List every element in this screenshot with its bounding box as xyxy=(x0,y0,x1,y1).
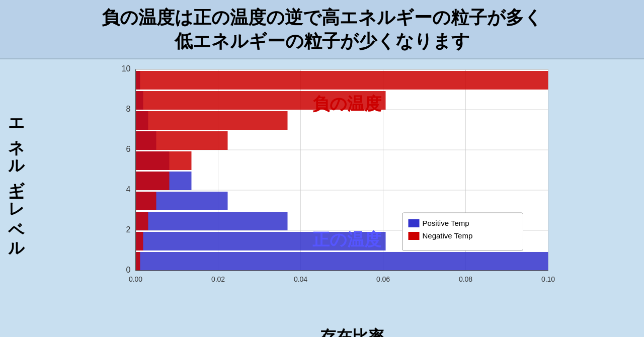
legend-negative-label: Negative Temp xyxy=(423,231,473,240)
svg-text:0.00: 0.00 xyxy=(129,275,142,283)
svg-rect-15 xyxy=(136,212,288,230)
svg-text:0.04: 0.04 xyxy=(294,275,307,283)
svg-rect-13 xyxy=(136,252,548,271)
svg-rect-25 xyxy=(136,111,288,130)
header-title: 負の温度は正の温度の逆で高エネルギーの粒子が多く 低エネルギーの粒子が少くなりま… xyxy=(10,6,634,53)
chart-container: 0 2 4 6 8 10 0.00 0.02 0.04 0.06 0.08 0.… xyxy=(30,64,634,291)
svg-text:0: 0 xyxy=(126,266,131,274)
chart-svg: 0 2 4 6 8 10 0.00 0.02 0.04 0.06 0.08 0.… xyxy=(30,64,634,291)
svg-rect-32 xyxy=(136,252,140,271)
svg-rect-29 xyxy=(136,192,156,210)
svg-rect-23 xyxy=(136,71,548,90)
svg-text:6: 6 xyxy=(126,145,131,153)
negative-temp-chart-label: 負の温度 xyxy=(312,94,382,113)
svg-rect-48 xyxy=(409,219,420,227)
y-axis-label: エネルギーレベル xyxy=(0,59,30,321)
svg-text:0.10: 0.10 xyxy=(541,275,555,283)
legend-positive-label: Positive Temp xyxy=(423,219,469,227)
svg-text:10: 10 xyxy=(122,64,131,73)
header: 負の温度は正の温度の逆で高エネルギーの粒子が多く 低エネルギーの粒子が少くなりま… xyxy=(0,0,644,59)
svg-text:0.02: 0.02 xyxy=(211,275,225,283)
svg-rect-49 xyxy=(409,232,420,240)
svg-rect-31 xyxy=(136,232,143,250)
svg-text:0.06: 0.06 xyxy=(376,275,390,283)
chart-area: エネルギーレベル xyxy=(0,59,644,321)
svg-rect-30 xyxy=(136,212,148,230)
positive-temp-chart-label: 正の温度 xyxy=(312,230,382,249)
svg-rect-27 xyxy=(136,151,192,170)
svg-text:4: 4 xyxy=(126,185,131,194)
svg-text:0.08: 0.08 xyxy=(459,275,472,283)
svg-text:2: 2 xyxy=(126,225,131,234)
bottom-section: 存在比率 xyxy=(0,321,644,337)
svg-rect-28 xyxy=(136,172,170,190)
svg-rect-26 xyxy=(136,131,228,150)
svg-text:8: 8 xyxy=(126,105,131,113)
x-axis-label: 存在比率 xyxy=(0,323,644,337)
